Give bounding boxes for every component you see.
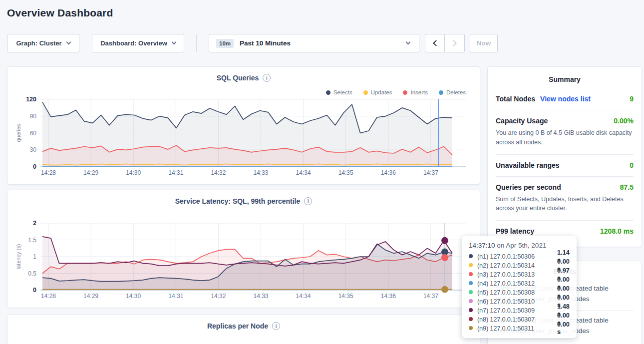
summary-row: Total NodesView nodes list9: [496, 88, 634, 110]
tooltip-node-address: (n7) 127.0.0.1:50309: [477, 307, 553, 314]
svg-text:120: 120: [26, 96, 36, 103]
svg-text:14:28: 14:28: [41, 293, 56, 300]
svg-text:14:37: 14:37: [423, 169, 438, 176]
svg-text:14:30: 14:30: [126, 169, 141, 176]
tooltip-node-row: (n8) 127.0.0.1:503070.00 s: [469, 315, 570, 324]
svg-text:1: 1: [33, 253, 36, 260]
svg-text:14:36: 14:36: [381, 169, 396, 176]
sql-queries-card: 030609012014:2814:2914:3014:3114:3214:33…: [7, 66, 480, 185]
time-next-button[interactable]: [445, 34, 465, 52]
legend-label: Deletes: [446, 89, 466, 95]
svg-text:14:34: 14:34: [296, 293, 311, 300]
tooltip-node-row: (n4) 127.0.0.1:503120.00 s: [469, 279, 570, 288]
page-title: Overview Dashboard: [7, 7, 113, 19]
node-color-dot-icon: [469, 254, 473, 258]
legend-label: Inserts: [410, 89, 428, 95]
node-color-dot-icon: [469, 308, 473, 312]
svg-text:14:29: 14:29: [83, 293, 98, 300]
tooltip-node-address: (n5) 127.0.0.1:50308: [477, 289, 553, 296]
chart-hover-tooltip: 14:37:10 on Apr 5th, 2021 (n1) 127.0.0.1…: [462, 236, 577, 338]
info-icon[interactable]: i: [272, 322, 280, 330]
tooltip-node-address: (n8) 127.0.0.1:50307: [477, 316, 553, 323]
svg-text:latency (s): latency (s): [15, 244, 21, 270]
legend-dot-icon: [403, 90, 407, 95]
dashboard-dropdown-label: Dashboard: Overview: [100, 39, 167, 47]
graph-dropdown-label: Graph: Cluster: [16, 39, 61, 47]
summary-row-label: Total Nodes: [496, 95, 535, 103]
chart-title-service-latency: Service Latency: SQL, 99th percentile: [175, 197, 301, 205]
chart-title-replicas-per-node: Replicas per Node: [207, 322, 268, 330]
node-color-dot-icon: [469, 299, 473, 303]
tooltip-node-latency: 0.00 s: [557, 321, 570, 336]
summary-row-value: 0: [630, 161, 634, 169]
svg-text:14:34: 14:34: [296, 169, 311, 176]
info-icon[interactable]: i: [263, 74, 271, 82]
tooltip-node-address: (n1) 127.0.0.1:50306: [477, 253, 553, 260]
info-icon[interactable]: i: [304, 197, 312, 205]
summary-row-value: 1208.0 ms: [600, 227, 634, 235]
tooltip-node-row: (n3) 127.0.0.1:503130.97 s: [469, 270, 570, 279]
node-color-dot-icon: [469, 263, 473, 267]
svg-text:14:36: 14:36: [381, 293, 396, 300]
svg-text:14:33: 14:33: [253, 169, 268, 176]
svg-text:queries: queries: [15, 124, 21, 142]
replicas-per-node-card: Replicas per Node i: [7, 315, 480, 344]
summary-row: Capacity Usage0.00%You are using 0 B of …: [496, 110, 634, 155]
node-color-dot-icon: [469, 272, 473, 276]
svg-text:0: 0: [33, 287, 36, 294]
tooltip-node-row: (n1) 127.0.0.1:503061.14 s: [469, 252, 570, 261]
tooltip-node-row: (n9) 127.0.0.1:503110.00 s: [469, 324, 570, 333]
summary-title: Summary: [496, 67, 634, 88]
tooltip-node-row: (n2) 127.0.0.1:503140.00 s: [469, 261, 570, 270]
svg-text:14:32: 14:32: [211, 169, 226, 176]
svg-text:1.5: 1.5: [28, 237, 36, 244]
chevron-right-icon: [450, 40, 457, 46]
time-range-dropdown[interactable]: 10m Past 10 Minutes: [209, 34, 419, 52]
legend-label: Selects: [333, 89, 352, 95]
tooltip-node-address: (n3) 127.0.0.1:50313: [477, 271, 553, 278]
node-color-dot-icon: [469, 281, 473, 285]
overview-dashboard-page: Overview Dashboard Graph: Cluster Dashbo…: [0, 0, 644, 344]
svg-text:0.5: 0.5: [28, 270, 36, 277]
chevron-down-icon: [66, 40, 71, 45]
tooltip-node-address: (n6) 127.0.0.1:50310: [477, 298, 553, 305]
dashboard-dropdown[interactable]: Dashboard: Overview: [92, 34, 184, 52]
svg-text:30: 30: [30, 146, 37, 153]
legend-item-deletes: Deletes: [439, 89, 466, 95]
svg-text:14:32: 14:32: [211, 293, 226, 300]
node-color-dot-icon: [469, 326, 473, 330]
chart-title-sql-queries: SQL Queries: [217, 74, 259, 82]
summary-row-label: P99 latency: [496, 227, 534, 235]
tooltip-timestamp: 14:37:10 on Apr 5th, 2021: [469, 242, 570, 249]
svg-text:14:31: 14:31: [168, 293, 183, 300]
svg-text:14:35: 14:35: [338, 169, 353, 176]
now-button[interactable]: Now: [470, 34, 498, 52]
legend-item-inserts: Inserts: [403, 89, 428, 95]
node-color-dot-icon: [469, 317, 473, 321]
legend-dot-icon: [326, 90, 330, 95]
legend-dot-icon: [363, 90, 368, 95]
svg-text:14:31: 14:31: [168, 169, 183, 176]
time-range-badge: 10m: [216, 39, 234, 48]
chevron-left-icon: [433, 40, 439, 46]
time-range-label: Past 10 Minutes: [240, 39, 291, 47]
svg-text:90: 90: [30, 113, 37, 120]
view-nodes-list-link[interactable]: View nodes list: [540, 95, 591, 103]
svg-text:2: 2: [33, 220, 36, 227]
tooltip-node-row: (n6) 127.0.0.1:503100.00 s: [469, 297, 570, 306]
summary-row-value: 0.00%: [614, 117, 634, 125]
tooltip-node-address: (n2) 127.0.0.1:50314: [477, 262, 553, 269]
svg-text:14:29: 14:29: [83, 169, 98, 176]
tooltip-node-address: (n9) 127.0.0.1:50311: [477, 325, 553, 332]
summary-panel: Summary Total NodesView nodes list9Capac…: [487, 66, 642, 247]
svg-text:60: 60: [30, 130, 37, 137]
tooltip-node-row: (n7) 127.0.0.1:503091.48 s: [469, 306, 570, 315]
sql-queries-chart[interactable]: 030609012014:2814:2914:3014:3114:3214:33…: [7, 67, 481, 185]
time-prev-button[interactable]: [425, 34, 445, 52]
graph-dropdown[interactable]: Graph: Cluster: [7, 34, 79, 52]
summary-row: Queries per second87.5Sum of Selects, Up…: [496, 177, 634, 221]
legend-dot-icon: [439, 90, 443, 95]
summary-row-label: Queries per second: [496, 183, 561, 191]
service-latency-chart[interactable]: 00.511.5214:2814:2914:3014:3114:3214:331…: [7, 190, 481, 309]
sql-queries-legend: SelectsUpdatesInsertsDeletes: [326, 89, 466, 95]
